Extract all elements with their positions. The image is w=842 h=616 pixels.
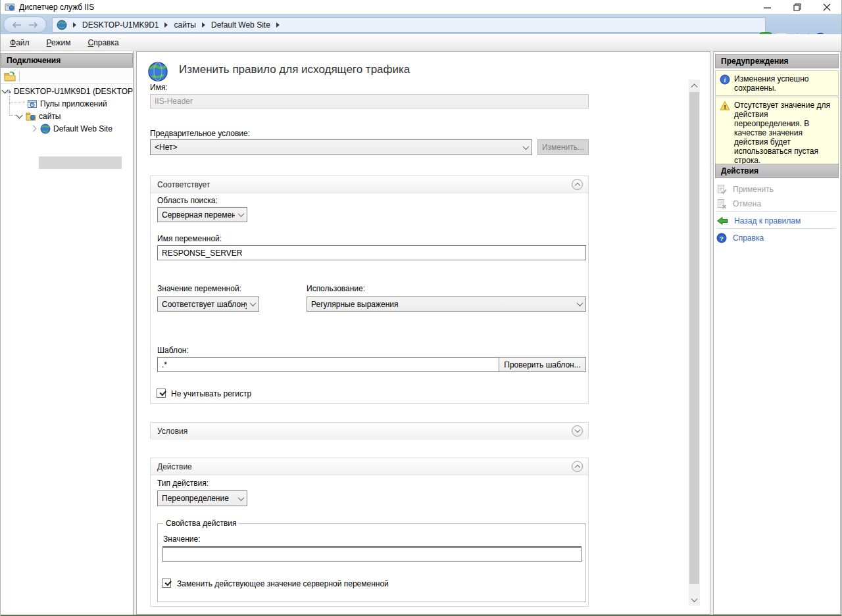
breadcrumb-separator [276, 22, 280, 28]
site-globe-icon [40, 124, 51, 134]
chevron-down-icon[interactable] [247, 297, 259, 311]
back-to-rules-action[interactable]: Назад к правилам [715, 214, 839, 227]
using-label: Использование: [307, 284, 365, 293]
match-section-header[interactable]: Соответствует [151, 176, 588, 193]
info-icon: i [720, 74, 730, 85]
action-section-title: Действие [157, 462, 192, 471]
pattern-input[interactable] [157, 357, 499, 372]
alert-text: Отсутствует значение для действия переоп… [734, 101, 830, 165]
conditions-section-header[interactable]: Условия [151, 423, 588, 440]
connections-toolbar [1, 68, 133, 84]
expand-chevron-icon[interactable] [572, 425, 583, 437]
breadcrumb-item-default-web-site[interactable]: Default Web Site [211, 20, 270, 30]
alert-warning: ! Отсутствует значение для действия пере… [715, 97, 839, 168]
name-label: Имя: [150, 83, 168, 92]
variable-value-label: Значение переменной: [157, 284, 241, 293]
action-type-combobox[interactable]: Переопределение [157, 490, 247, 506]
tree-item-app-pools[interactable]: Пулы приложений [1, 97, 133, 110]
action-label: Отмена [733, 199, 761, 208]
action-properties-title: Свойства действия [163, 519, 239, 528]
menu-help[interactable]: Справка [88, 38, 119, 47]
action-properties-group: Свойства действия Значение: Заменить дей… [157, 523, 586, 602]
restore-button[interactable] [782, 0, 812, 14]
page-title: Изменить правило для исходящего трафика [179, 63, 410, 76]
conditions-section-title: Условия [157, 427, 187, 436]
scrollbar-thumb[interactable] [689, 92, 699, 584]
alert-info: i Изменения успешно сохранены. [715, 70, 839, 96]
action-section-header[interactable]: Действие [151, 458, 588, 475]
close-button[interactable] [812, 0, 841, 14]
edit-precondition-button: Изменить... [537, 139, 589, 155]
globe-icon[interactable] [57, 20, 67, 30]
minimize-button[interactable] [753, 0, 782, 14]
actions-header: Действия [715, 164, 839, 178]
scope-combobox[interactable]: Серверная переменн [157, 207, 247, 222]
chevron-down-icon[interactable] [520, 140, 532, 154]
apply-icon [716, 184, 727, 195]
expander-icon[interactable] [16, 113, 22, 119]
menu-file[interactable]: Файл [10, 38, 30, 47]
tree-selection-highlight [39, 156, 122, 169]
breadcrumb-separator [164, 22, 168, 28]
replace-existing-checkbox[interactable] [162, 579, 171, 588]
expander-icon[interactable] [2, 88, 4, 94]
using-combobox[interactable]: Регулярные выражения [307, 296, 586, 312]
help-action[interactable]: ? Справка [715, 231, 839, 245]
scope-label: Область поиска: [157, 196, 218, 205]
sites-folder-icon [26, 111, 36, 122]
scroll-down-icon[interactable] [689, 594, 700, 605]
menu-view[interactable]: Режим [47, 38, 71, 47]
back-arrow-icon [716, 216, 728, 225]
menu-bar: Файл Режим Справка [1, 34, 842, 51]
action-value-input[interactable] [162, 546, 582, 562]
name-input [150, 94, 589, 108]
tree-item-sites[interactable]: сайты [1, 110, 133, 122]
tree-item-default-web-site[interactable]: Default Web Site [1, 122, 133, 135]
chevron-down-icon[interactable] [235, 491, 247, 506]
test-pattern-button[interactable]: Проверить шаблон... [499, 357, 586, 372]
address-band: DESKTOP-U1MK9D1 сайты Default Web Site ? [1, 14, 842, 34]
ignore-case-checkbox[interactable] [157, 389, 166, 398]
chevron-down-icon[interactable] [235, 208, 247, 222]
address-bar[interactable]: DESKTOP-U1MK9D1 сайты Default Web Site [52, 17, 766, 33]
window-title: Диспетчер служб IIS [19, 0, 94, 14]
feature-page: Изменить правило для исходящего трафика … [136, 51, 710, 615]
scroll-up-icon[interactable] [689, 80, 700, 91]
action-label[interactable]: Справка [733, 233, 764, 243]
title-bar: Диспетчер служб IIS [1, 0, 842, 14]
variable-name-input[interactable] [157, 245, 586, 260]
apply-action: Применить [715, 182, 839, 196]
breadcrumb-item-server[interactable]: DESKTOP-U1MK9D1 [82, 20, 159, 30]
toolbar-separator [19, 71, 20, 82]
breadcrumb-item-sites[interactable]: сайты [174, 20, 196, 30]
svg-text:i: i [724, 76, 726, 83]
action-label: Применить [733, 185, 774, 194]
variable-name-label: Имя переменной: [157, 234, 222, 243]
breadcrumb-separator [73, 22, 76, 28]
server-icon [7, 86, 11, 97]
save-connection-icon[interactable] [4, 71, 16, 82]
warning-icon: ! [720, 101, 730, 111]
vertical-scrollbar[interactable] [689, 80, 700, 605]
collapse-chevron-icon[interactable] [572, 179, 583, 190]
svg-text:!: ! [724, 103, 726, 110]
conditions-section: Условия [150, 422, 589, 439]
tree-item-label: Default Web Site [53, 124, 112, 133]
action-label[interactable]: Назад к правилам [734, 216, 801, 225]
forward-arrow-icon[interactable] [28, 22, 38, 28]
back-arrow-icon[interactable] [12, 22, 22, 28]
tree-item-label: сайты [39, 112, 61, 121]
precondition-combobox[interactable]: <Нет> [150, 139, 532, 155]
collapse-chevron-icon[interactable] [572, 461, 583, 472]
nav-back-forward[interactable] [3, 16, 47, 33]
action-section: Действие Тип действия: Переопределение С… [150, 458, 589, 607]
precondition-label: Предварительное условие: [150, 129, 250, 138]
tree-item-server[interactable]: DESKTOP-U1MK9D1 (DESKTOP [1, 85, 133, 97]
alert-text: Изменения успешно сохранены. [734, 74, 808, 93]
match-section: Соответствует Область поиска: Серверная … [150, 176, 589, 404]
expander-icon[interactable] [31, 126, 37, 131]
chevron-down-icon[interactable] [574, 297, 585, 311]
app-pools-icon [27, 99, 37, 109]
variable-value-combobox[interactable]: Соответствует шаблону [157, 296, 259, 312]
connections-header: Подключения [1, 53, 133, 68]
